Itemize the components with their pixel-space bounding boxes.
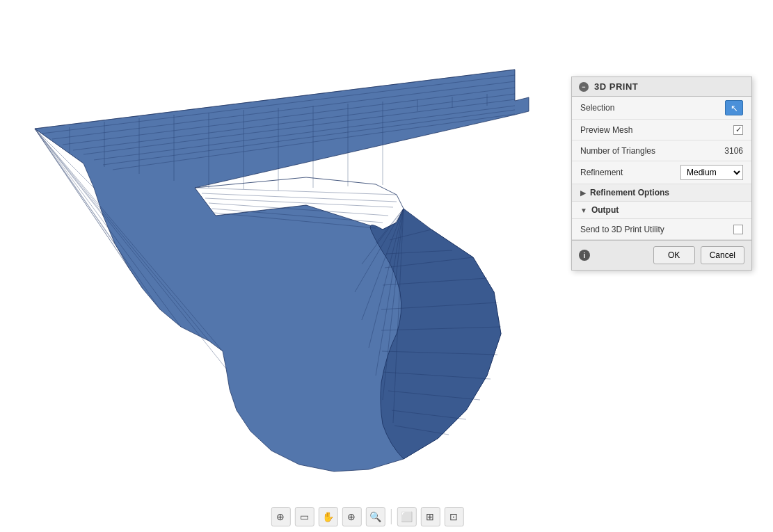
output-section[interactable]: ▼ Output	[572, 202, 751, 219]
refinement-dropdown[interactable]: Coarse Medium Fine	[680, 165, 743, 180]
display-mode-1-icon: ⬜	[401, 511, 413, 522]
frame-button[interactable]: ▭	[294, 507, 314, 526]
display-mode-3-icon: ⊡	[449, 511, 458, 522]
panel: − 3D PRINT Selection ↖ Preview Mesh Numb…	[571, 76, 752, 271]
preview-mesh-row: Preview Mesh	[572, 120, 751, 140]
refinement-options-section[interactable]: ▶ Refinement Options	[572, 184, 751, 202]
display-mode-2-icon: ⊞	[426, 511, 434, 522]
rotate-icon: ⊕	[276, 511, 285, 522]
send-to-print-checkbox[interactable]	[733, 225, 743, 234]
zoom-extents-button[interactable]: ⊕	[342, 507, 361, 526]
pan-icon: ✋	[322, 511, 334, 522]
display-mode-1-button[interactable]: ⬜	[397, 507, 416, 526]
panel-header: − 3D PRINT	[572, 77, 751, 97]
ok-button[interactable]: OK	[653, 246, 695, 264]
cancel-button[interactable]: Cancel	[701, 246, 744, 264]
output-arrow: ▼	[580, 207, 587, 214]
refinement-options-arrow: ▶	[580, 189, 586, 197]
frame-icon: ▭	[300, 511, 309, 522]
send-to-print-label: Send to 3D Print Utility	[580, 225, 733, 234]
zoom-button[interactable]: 🔍	[365, 507, 385, 526]
num-triangles-row: Number of Triangles 3106	[572, 140, 751, 161]
refinement-options-label: Refinement Options	[590, 188, 669, 198]
zoom-extents-icon: ⊕	[347, 511, 356, 522]
toolbar: ⊕ ▭ ✋ ⊕ 🔍 ⬜ ⊞ ⊡	[271, 507, 463, 526]
num-triangles-value: 3106	[724, 146, 743, 156]
mesh-canvas	[0, 0, 557, 501]
send-to-print-row: Send to 3D Print Utility	[572, 219, 751, 240]
cursor-icon: ↖	[731, 103, 738, 113]
info-icon[interactable]: i	[579, 250, 590, 261]
mesh-geometry	[35, 70, 529, 471]
toolbar-separator-1	[390, 509, 391, 524]
panel-title: 3D PRINT	[594, 81, 638, 92]
preview-mesh-label: Preview Mesh	[580, 125, 733, 135]
selection-button[interactable]: ↖	[725, 100, 743, 115]
selection-row: Selection ↖	[572, 97, 751, 120]
panel-collapse-icon[interactable]: −	[579, 82, 589, 92]
refinement-label: Refinement	[580, 168, 680, 177]
preview-mesh-checkbox[interactable]	[733, 125, 743, 135]
display-mode-2-button[interactable]: ⊞	[420, 507, 440, 526]
rotate-button[interactable]: ⊕	[271, 507, 290, 526]
viewport: − 3D PRINT Selection ↖ Preview Mesh Numb…	[0, 0, 773, 532]
display-mode-3-button[interactable]: ⊡	[444, 507, 463, 526]
output-label: Output	[591, 205, 619, 215]
pan-button[interactable]: ✋	[318, 507, 337, 526]
panel-footer: i OK Cancel	[572, 240, 751, 270]
refinement-row: Refinement Coarse Medium Fine	[572, 161, 751, 184]
num-triangles-label: Number of Triangles	[580, 146, 724, 156]
zoom-icon: 🔍	[369, 511, 381, 522]
selection-label: Selection	[580, 103, 725, 113]
